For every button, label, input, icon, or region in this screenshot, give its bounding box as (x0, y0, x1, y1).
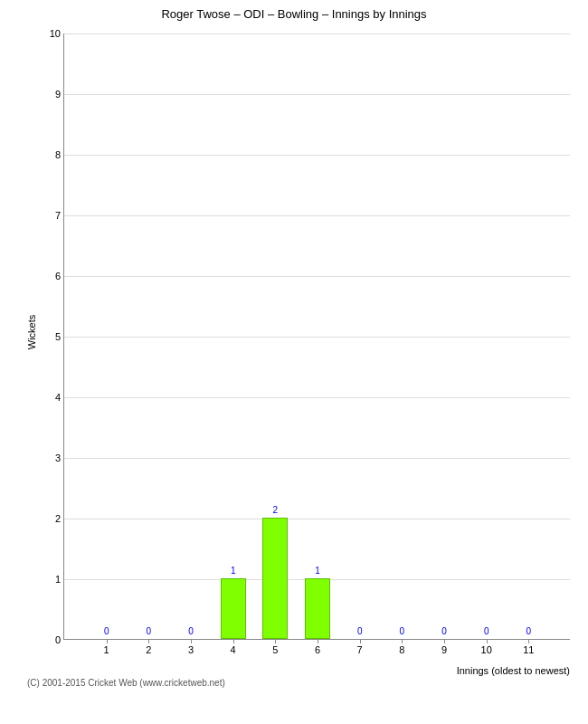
x-tick-mark (275, 640, 276, 643)
bar (305, 578, 330, 639)
grid-line (64, 94, 570, 95)
zero-label: 0 (188, 626, 194, 636)
y-tick-label: 9 (55, 89, 61, 100)
x-tick-label: 5 (272, 644, 278, 655)
x-tick-mark (402, 640, 403, 643)
y-tick-label: 2 (55, 513, 61, 524)
x-tick-label: 10 (481, 644, 492, 655)
zero-label: 0 (484, 626, 489, 636)
x-axis-label: Innings (oldest to newest) (63, 665, 570, 676)
chart-container: Roger Twose – ODI – Bowling – Innings by… (0, 0, 588, 724)
bar (262, 518, 288, 639)
x-tick-label: 7 (357, 644, 363, 655)
grid-line (64, 33, 570, 34)
x-tick-label: 1 (104, 644, 109, 655)
y-tick-label: 3 (55, 452, 61, 463)
x-tick-mark (318, 640, 318, 643)
grid-line (64, 215, 570, 216)
y-tick-label: 5 (55, 331, 61, 342)
y-tick-label: 0 (55, 634, 61, 645)
x-tick-label: 6 (315, 644, 320, 655)
x-tick-mark (191, 640, 192, 643)
grid-line (64, 337, 570, 338)
copyright: (C) 2001-2015 Cricket Web (www.cricketwe… (27, 678, 225, 688)
y-axis-label: Wickets (26, 315, 37, 350)
x-tick-label: 3 (188, 644, 194, 655)
y-tick-label: 6 (55, 271, 61, 281)
chart-title: Roger Twose – ODI – Bowling – Innings by… (161, 7, 426, 21)
x-tick-label: 8 (399, 644, 404, 655)
bar (221, 578, 246, 639)
y-tick-label: 8 (55, 149, 61, 160)
x-tick-label: 4 (231, 644, 236, 655)
x-tick-label: 11 (523, 644, 534, 655)
x-tick-label: 9 (441, 644, 447, 655)
grid-line (64, 519, 570, 519)
y-tick-label: 4 (55, 392, 61, 403)
y-tick-label: 10 (50, 28, 61, 39)
grid-line (64, 397, 570, 398)
zero-label: 0 (104, 626, 109, 636)
x-tick-mark (487, 640, 488, 643)
x-tick-mark (360, 640, 361, 643)
x-tick-mark (444, 640, 445, 643)
bar-label: 2 (273, 505, 279, 515)
grid-line (64, 155, 570, 156)
x-tick-mark (107, 640, 108, 643)
zero-label: 0 (357, 626, 363, 636)
bar-label: 1 (231, 566, 236, 576)
zero-label: 0 (526, 626, 532, 636)
x-tick-mark (148, 640, 149, 643)
x-tick-mark (528, 640, 529, 643)
zero-label: 0 (441, 626, 447, 636)
x-tick-label: 2 (146, 644, 151, 655)
y-tick-label: 7 (55, 210, 61, 221)
x-tick-mark (233, 640, 234, 643)
bar-label: 1 (315, 566, 320, 576)
zero-label: 0 (147, 626, 152, 636)
grid-line (64, 276, 570, 277)
zero-label: 0 (400, 626, 405, 636)
y-tick-label: 1 (55, 574, 61, 585)
grid-line (64, 458, 570, 459)
